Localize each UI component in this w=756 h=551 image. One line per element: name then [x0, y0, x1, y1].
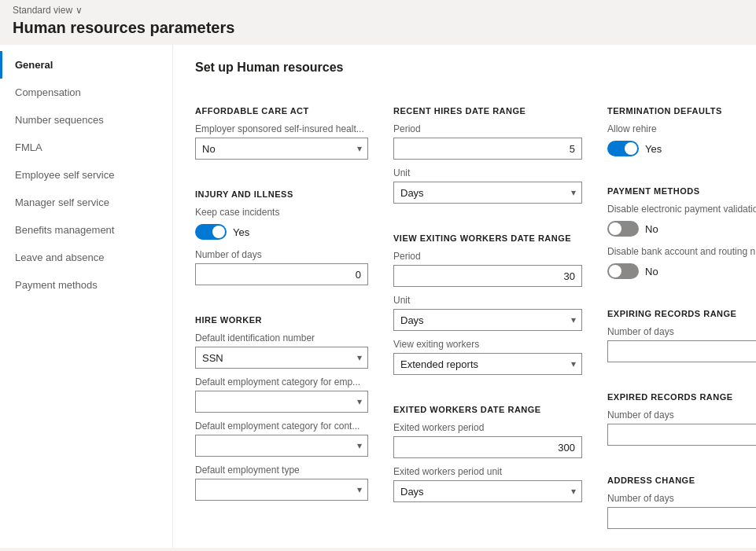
sidebar-item-leave-and-absence[interactable]: Leave and absence [0, 244, 172, 271]
sidebar-item-general[interactable]: General [0, 51, 172, 79]
sidebar-item-compensation[interactable]: Compensation [0, 79, 172, 106]
view-exit-workers-label: View exiting workers [393, 339, 582, 350]
hire-emp-cat-label: Default employment category for emp... [195, 377, 368, 388]
col2: RECENT HIRES DATE RANGE Period Unit Days… [393, 90, 582, 502]
injury-toggle-text: Yes [233, 226, 249, 238]
sidebar-item-payment-methods[interactable]: Payment methods [0, 271, 172, 299]
sidebar-item-benefits-management[interactable]: Benefits management [0, 216, 172, 244]
view-exit-period-input[interactable] [393, 265, 582, 287]
payment-bank-toggle[interactable] [607, 263, 639, 279]
hire-emp-cat2-select[interactable] [195, 435, 368, 457]
expired-header: EXPIRED RECORDS RANGE [607, 377, 756, 402]
view-exit-header: VIEW EXITING WORKERS DATE RANGE [393, 218, 582, 243]
view-exit-workers-select[interactable]: Extended reports Direct reports All work… [393, 353, 582, 375]
hire-id-select[interactable]: SSN [195, 347, 368, 369]
sidebar: General Compensation Number sequences FM… [0, 45, 173, 548]
view-exit-period-label: Period [393, 251, 582, 262]
termination-header: TERMINATION DEFAULTS [607, 90, 756, 116]
expiring-header: EXPIRING RECORDS RANGE [607, 293, 756, 318]
recent-header: RECENT HIRES DATE RANGE [393, 90, 582, 116]
aca-field-label: Employer sponsored self-insured healt... [195, 123, 368, 134]
hire-emp-type-label: Default employment type [195, 465, 368, 476]
aca-header: AFFORDABLE CARE ACT [195, 90, 368, 116]
recent-unit-label: Unit [393, 167, 582, 178]
expired-days-label: Number of days [607, 410, 756, 421]
address-days-input[interactable] [607, 507, 756, 529]
sidebar-item-fmla[interactable]: FMLA [0, 134, 172, 161]
payment-elec-toggle-text: No [645, 223, 658, 235]
payment-elec-label: Disable electronic payment validation [607, 204, 756, 215]
sidebar-item-number-sequences[interactable]: Number sequences [0, 106, 172, 134]
expiring-days-input[interactable] [607, 340, 756, 362]
content-area: Set up Human resources AFFORDABLE CARE A… [173, 45, 756, 548]
page-title: Human resources parameters [0, 17, 756, 45]
termination-toggle[interactable] [607, 141, 639, 156]
view-exit-unit-select[interactable]: Days Weeks Months [393, 309, 582, 331]
chevron-down-icon: ∨ [76, 5, 83, 16]
payment-elec-toggle[interactable] [607, 221, 639, 237]
hire-id-label: Default identification number [195, 332, 368, 343]
exited-unit-label: Exited workers period unit [393, 466, 582, 477]
termination-rehire-label: Allow rehire [607, 123, 756, 134]
sidebar-item-employee-self-service[interactable]: Employee self service [0, 161, 172, 189]
view-exit-unit-label: Unit [393, 295, 582, 306]
exited-unit-select[interactable]: Days Weeks Months [393, 480, 582, 502]
col3: TERMINATION DEFAULTS Allow rehire Yes PA… [607, 90, 756, 529]
recent-period-input[interactable] [393, 138, 582, 160]
hire-header: HIRE WORKER [195, 299, 368, 325]
exited-header: EXITED WORKERS DATE RANGE [393, 389, 582, 414]
injury-toggle[interactable] [195, 224, 227, 240]
payment-header: PAYMENT METHODS [607, 171, 756, 196]
hire-emp-cat2-label: Default employment category for cont... [195, 421, 368, 432]
standard-view-label[interactable]: Standard view [13, 5, 72, 16]
col1: AFFORDABLE CARE ACT Employer sponsored s… [195, 90, 368, 501]
payment-bank-toggle-text: No [645, 266, 658, 277]
address-header: ADDRESS CHANGE [607, 460, 756, 485]
injury-header: INJURY AND ILLNESS [195, 174, 368, 199]
recent-unit-select[interactable]: Days Weeks Months [393, 182, 582, 204]
expiring-days-label: Number of days [607, 326, 756, 337]
aca-select[interactable]: No Yes [195, 138, 368, 160]
termination-toggle-text: Yes [645, 143, 662, 155]
address-days-label: Number of days [607, 493, 756, 504]
injury-days-input[interactable] [195, 263, 368, 285]
hire-emp-cat-select[interactable] [195, 391, 368, 413]
expired-days-input[interactable] [607, 424, 756, 446]
exited-period-label: Exited workers period [393, 422, 582, 433]
recent-period-label: Period [393, 123, 582, 134]
section-title: Set up Human resources [195, 61, 734, 75]
payment-bank-label: Disable bank account and routing n... [607, 246, 756, 257]
exited-period-input[interactable] [393, 436, 582, 458]
injury-toggle-label: Keep case incidents [195, 207, 368, 218]
hire-emp-type-select[interactable] [195, 479, 368, 501]
sidebar-item-manager-self-service[interactable]: Manager self service [0, 189, 172, 216]
injury-days-label: Number of days [195, 249, 368, 260]
